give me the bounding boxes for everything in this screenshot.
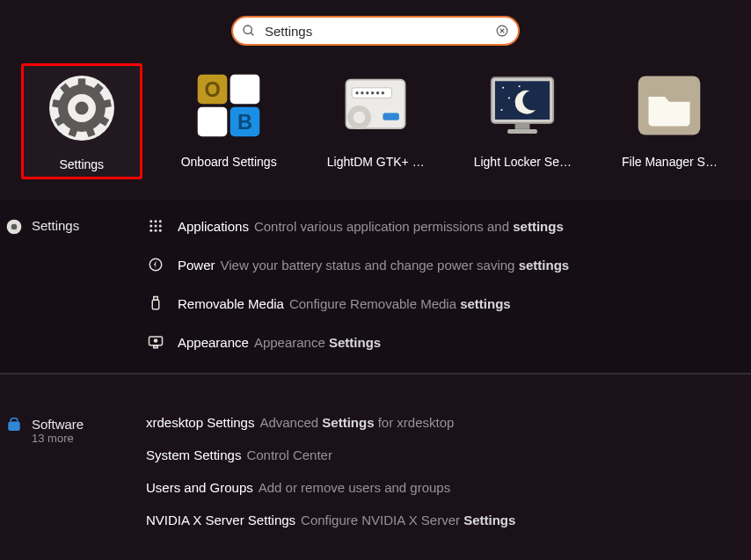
login-settings-icon — [339, 69, 412, 142]
display-icon — [146, 332, 165, 352]
section-header-settings[interactable]: Settings — [0, 216, 146, 352]
grid-icon — [146, 216, 165, 236]
section-header-software[interactable]: Software 13 more — [0, 415, 146, 527]
svg-text:B: B — [237, 111, 252, 134]
svg-rect-56 — [152, 300, 159, 309]
result-text: PowerView your battery status and change… — [178, 258, 569, 273]
app-label: File Manager S… — [622, 155, 718, 169]
svg-point-47 — [155, 220, 157, 222]
onboard-icon: O B — [192, 69, 266, 142]
svg-point-48 — [159, 220, 162, 222]
svg-point-29 — [371, 91, 374, 94]
app-label: LightDM GTK+ … — [327, 155, 425, 169]
svg-rect-9 — [101, 99, 111, 108]
svg-rect-7 — [78, 78, 85, 87]
app-file-manager-settings[interactable]: File Manager S… — [609, 63, 730, 179]
svg-rect-60 — [154, 346, 158, 348]
svg-point-49 — [149, 225, 152, 228]
svg-point-46 — [149, 220, 152, 222]
svg-point-38 — [508, 98, 510, 99]
svg-point-27 — [361, 91, 363, 94]
svg-rect-21 — [198, 107, 228, 137]
clear-icon[interactable] — [495, 24, 509, 38]
app-grid: Settings O B Onboard Settings — [0, 46, 751, 188]
section-title: Settings — [32, 218, 79, 233]
app-light-locker[interactable]: Light Locker Se… — [463, 63, 583, 179]
result-text: Removable MediaConfigure Removable Media… — [178, 296, 511, 311]
result-applications[interactable]: ApplicationsControl various application … — [146, 216, 751, 236]
svg-point-52 — [149, 229, 152, 232]
svg-point-0 — [244, 25, 252, 33]
search-bar[interactable] — [231, 16, 520, 46]
result-users-groups[interactable]: Users and GroupsAdd or remove users and … — [146, 480, 751, 495]
search-icon — [242, 24, 256, 38]
svg-text:O: O — [205, 78, 221, 101]
svg-point-26 — [356, 91, 359, 94]
svg-rect-61 — [8, 422, 20, 432]
gear-icon — [5, 218, 23, 236]
section-title: Software — [32, 417, 84, 432]
gear-icon — [45, 71, 119, 145]
app-label: Settings — [60, 157, 105, 171]
result-system-settings[interactable]: System SettingsControl Center — [146, 447, 751, 462]
settings-results: Settings ApplicationsControl various app… — [0, 200, 751, 373]
power-icon — [146, 255, 165, 274]
svg-point-39 — [501, 109, 503, 111]
svg-point-34 — [354, 112, 365, 123]
app-label: Onboard Settings — [181, 155, 277, 169]
result-xrdesktop[interactable]: xrdesktop SettingsAdvanced Settings for … — [146, 415, 751, 430]
svg-point-40 — [519, 85, 521, 87]
svg-point-17 — [75, 101, 88, 114]
svg-rect-14 — [52, 99, 62, 108]
result-text: AppearanceAppearance Settings — [178, 335, 381, 350]
software-results: Software 13 more xrdesktop SettingsAdvan… — [0, 375, 751, 545]
svg-rect-41 — [515, 123, 530, 129]
search-input[interactable] — [265, 24, 486, 39]
result-nvidia-settings[interactable]: NVIDIA X Server SettingsConfigure NVIDIA… — [146, 513, 751, 527]
svg-rect-57 — [154, 297, 158, 301]
svg-point-59 — [154, 338, 158, 343]
svg-point-45 — [11, 224, 18, 230]
screensaver-icon — [485, 69, 559, 142]
app-onboard-settings[interactable]: O B Onboard Settings — [169, 63, 289, 179]
svg-point-51 — [159, 225, 162, 228]
result-power[interactable]: PowerView your battery status and change… — [146, 255, 751, 274]
svg-point-30 — [376, 91, 379, 94]
result-text: xrdesktop SettingsAdvanced Settings for … — [146, 415, 454, 430]
result-text: Users and GroupsAdd or remove users and … — [146, 480, 450, 495]
app-lightdm-gtk[interactable]: LightDM GTK+ … — [316, 63, 436, 179]
software-icon — [5, 417, 23, 434]
result-text: NVIDIA X Server SettingsConfigure NVIDIA… — [146, 513, 515, 527]
result-text: System SettingsControl Center — [146, 447, 332, 462]
app-settings[interactable]: Settings — [21, 63, 142, 179]
app-label: Light Locker Se… — [474, 155, 572, 169]
result-appearance[interactable]: AppearanceAppearance Settings — [146, 332, 751, 352]
folder-icon — [632, 69, 706, 142]
svg-point-28 — [366, 91, 368, 94]
result-text: ApplicationsControl various application … — [178, 219, 564, 234]
svg-rect-42 — [508, 129, 538, 134]
section-subtitle: 13 more — [32, 432, 84, 445]
svg-point-31 — [382, 91, 384, 94]
svg-point-50 — [155, 225, 157, 228]
result-removable-media[interactable]: Removable MediaConfigure Removable Media… — [146, 294, 751, 313]
svg-point-37 — [502, 87, 504, 89]
usb-icon — [146, 294, 165, 313]
svg-point-54 — [159, 229, 162, 232]
svg-line-1 — [251, 33, 253, 35]
svg-rect-20 — [230, 75, 260, 105]
svg-point-53 — [155, 229, 157, 232]
svg-rect-32 — [383, 113, 399, 120]
